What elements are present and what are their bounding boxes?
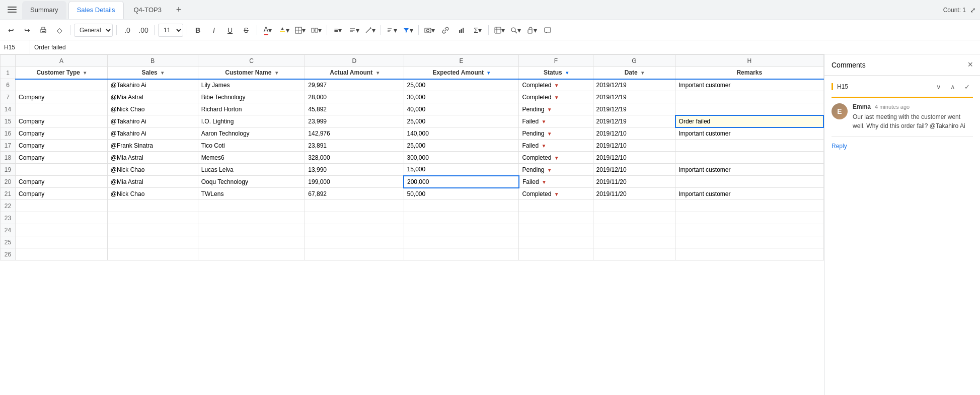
col-c-header[interactable]: C: [198, 55, 305, 67]
undo-button[interactable]: ↩: [4, 23, 18, 37]
cell-E16[interactable]: 140,000: [404, 127, 519, 140]
italic-button[interactable]: I: [207, 23, 221, 37]
cell-F20[interactable]: Failed ▼: [519, 176, 593, 188]
cell-E7[interactable]: 30,000: [404, 91, 519, 103]
row-num-cell[interactable]: 6: [1, 79, 16, 91]
cell-F6[interactable]: Completed ▼: [519, 79, 593, 91]
cell-D18[interactable]: 328,000: [305, 152, 404, 164]
row-num-cell[interactable]: 20: [1, 176, 16, 188]
merge-button[interactable]: ▾: [309, 23, 323, 37]
cell-C14[interactable]: Richard Horton: [198, 103, 305, 115]
cell-E23[interactable]: [404, 212, 519, 224]
cell-G7[interactable]: 2019/12/19: [593, 91, 675, 103]
row-num-cell[interactable]: 14: [1, 103, 16, 115]
cell-E24[interactable]: [404, 224, 519, 236]
cell-A20[interactable]: Company: [16, 176, 108, 188]
cell-A15[interactable]: Company: [16, 115, 108, 127]
row-num-cell[interactable]: 25: [1, 236, 16, 248]
cell-A24[interactable]: [16, 224, 108, 236]
lock-button[interactable]: ▾: [524, 23, 539, 37]
cell-A16[interactable]: Company: [16, 127, 108, 140]
cell-F22[interactable]: [519, 200, 593, 212]
comment-nav-down[interactable]: ∨: [933, 81, 945, 93]
row-num-cell[interactable]: 22: [1, 200, 16, 212]
col-e-header[interactable]: E: [404, 55, 519, 67]
row-num-cell[interactable]: 15: [1, 115, 16, 127]
cell-G21[interactable]: 2019/11/20: [593, 188, 675, 200]
comment-icon-button[interactable]: [541, 23, 555, 37]
tab-sales-details[interactable]: Sales Details: [68, 1, 124, 19]
redo-button[interactable]: ↪: [20, 23, 34, 37]
cell-D15[interactable]: 23,999: [305, 115, 404, 127]
cell-D20[interactable]: 199,000: [305, 176, 404, 188]
row-num-cell[interactable]: 17: [1, 140, 16, 152]
cell-H22[interactable]: [675, 200, 823, 212]
print-button[interactable]: [36, 23, 50, 37]
cell-F16[interactable]: Pending ▼: [519, 127, 593, 140]
cell-C23[interactable]: [198, 212, 305, 224]
cell-G24[interactable]: [593, 224, 675, 236]
cell-E19[interactable]: 15,000: [404, 164, 519, 176]
cell-H26[interactable]: [675, 248, 823, 260]
cell-C21[interactable]: TWLens: [198, 188, 305, 200]
cell-D17[interactable]: 23,891: [305, 140, 404, 152]
cell-C16[interactable]: Aaron Technology: [198, 127, 305, 140]
cell-B22[interactable]: [107, 200, 198, 212]
cell-A21[interactable]: Company: [16, 188, 108, 200]
bold-button[interactable]: B: [191, 23, 205, 37]
decimal-increase-button[interactable]: .00: [136, 23, 150, 37]
filter-actual-amount-icon[interactable]: ▾: [376, 70, 379, 76]
cell-G26[interactable]: [593, 248, 675, 260]
cell-D16[interactable]: 142,976: [305, 127, 404, 140]
cell-D25[interactable]: [305, 236, 404, 248]
cell-G19[interactable]: 2019/12/10: [593, 164, 675, 176]
cell-A23[interactable]: [16, 212, 108, 224]
comment-nav-up[interactable]: ∧: [947, 81, 959, 93]
align-button[interactable]: ≡▾: [331, 23, 345, 37]
cell-G22[interactable]: [593, 200, 675, 212]
reply-button[interactable]: Reply: [832, 143, 847, 150]
cell-C25[interactable]: [198, 236, 305, 248]
link-button[interactable]: [438, 23, 453, 37]
strikethrough-button[interactable]: S: [239, 23, 253, 37]
col-a-header[interactable]: A: [16, 55, 108, 67]
cell-B16[interactable]: @Takahiro Ai: [107, 127, 198, 140]
cell-H18[interactable]: [675, 152, 823, 164]
cell-H20[interactable]: [675, 176, 823, 188]
cell-H24[interactable]: [675, 224, 823, 236]
underline-button[interactable]: U: [223, 23, 237, 37]
cell-B7[interactable]: @Mia Astral: [107, 91, 198, 103]
row-num-cell[interactable]: 21: [1, 188, 16, 200]
chart-button[interactable]: [455, 23, 469, 37]
row-num-cell[interactable]: 7: [1, 91, 16, 103]
tab-q4-top3[interactable]: Q4-TOP3: [126, 1, 170, 19]
cell-B21[interactable]: @Nick Chao: [107, 188, 198, 200]
cell-F24[interactable]: [519, 224, 593, 236]
row-num-cell[interactable]: 23: [1, 212, 16, 224]
cell-H25[interactable]: [675, 236, 823, 248]
row-num-cell[interactable]: 24: [1, 224, 16, 236]
cell-F7[interactable]: Completed ▼: [519, 91, 593, 103]
cell-D14[interactable]: 45,892: [305, 103, 404, 115]
row-num-cell[interactable]: 26: [1, 248, 16, 260]
cell-C24[interactable]: [198, 224, 305, 236]
add-tab-button[interactable]: +: [172, 3, 186, 17]
cell-A17[interactable]: Company: [16, 140, 108, 152]
cell-A25[interactable]: [16, 236, 108, 248]
cell-B18[interactable]: @Mia Astral: [107, 152, 198, 164]
cell-A6[interactable]: [16, 79, 108, 91]
cell-G25[interactable]: [593, 236, 675, 248]
sort-button[interactable]: ▾: [385, 23, 399, 37]
layers-icon[interactable]: [4, 2, 20, 18]
cell-E15[interactable]: 25,000: [404, 115, 519, 127]
cell-F21[interactable]: Completed ▼: [519, 188, 593, 200]
cell-C18[interactable]: Memes6: [198, 152, 305, 164]
cell-C17[interactable]: Tico Coti: [198, 140, 305, 152]
cell-D22[interactable]: [305, 200, 404, 212]
cell-G17[interactable]: 2019/12/10: [593, 140, 675, 152]
cell-H17[interactable]: [675, 140, 823, 152]
cell-A26[interactable]: [16, 248, 108, 260]
cell-A7[interactable]: Company: [16, 91, 108, 103]
filter-sales-icon[interactable]: ▾: [161, 70, 164, 76]
cell-C26[interactable]: [198, 248, 305, 260]
